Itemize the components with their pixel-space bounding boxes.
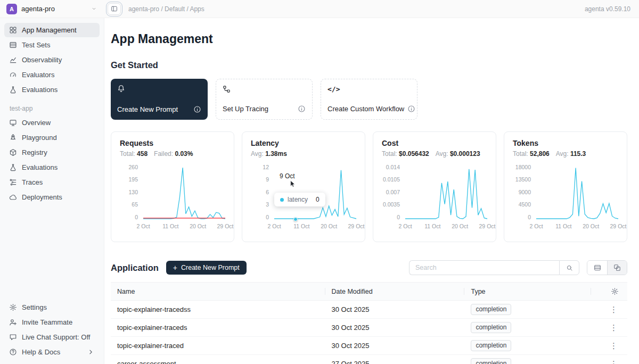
chart-plot-requests[interactable]: [143, 164, 225, 220]
search-input[interactable]: [409, 260, 559, 275]
table-row[interactable]: topic-explainer-tracedss30 Oct 2025compl…: [111, 301, 627, 319]
sidebar-item-playground[interactable]: Playground: [4, 130, 100, 145]
x-tick: 20 Oct: [321, 223, 337, 229]
row-menu-button[interactable]: ⋮: [605, 304, 622, 316]
sidebar-item-evaluations[interactable]: Evaluations: [4, 160, 100, 175]
x-tick: 29 Oct: [479, 223, 496, 229]
y-tick: 0: [135, 214, 138, 220]
chevron-right-icon: [87, 348, 95, 356]
sidebar-item-evaluations[interactable]: Evaluations: [4, 82, 100, 97]
chart-plot-cost[interactable]: [405, 164, 487, 220]
sidebar-item-test-sets[interactable]: Test Sets: [4, 38, 100, 52]
sidebar-toggle-button[interactable]: [108, 3, 121, 15]
cell-date-modified: 27 Oct 2025: [325, 360, 465, 364]
sidebar-item-label: Overview: [22, 119, 51, 127]
row-menu-button[interactable]: ⋮: [605, 322, 622, 334]
search-button[interactable]: [559, 260, 579, 275]
sidebar-item-app-management[interactable]: App Management: [4, 23, 100, 37]
sidebar-item-label: Invite Teammate: [22, 318, 72, 326]
x-tick: 2 Oct: [136, 223, 150, 229]
gear-icon: [611, 287, 619, 295]
table-row[interactable]: career-assessment27 Oct 2025completion⋮: [111, 355, 627, 364]
get-started-create-custom-workflow[interactable]: </>Create Custom Workflow: [321, 79, 417, 120]
get-started-label: Set Up Tracing: [223, 105, 268, 113]
hover-point-marker: [293, 217, 298, 221]
y-tick: 65: [132, 202, 138, 208]
plus-icon: +: [173, 264, 177, 271]
sidebar-item-label: Playground: [22, 134, 57, 142]
y-axis: 260195130650: [120, 164, 143, 220]
y-tick: 0.007: [386, 189, 400, 195]
sidebar-item-settings[interactable]: Settings: [4, 300, 100, 315]
chart-plot-latency[interactable]: 9 Octlatency0: [274, 164, 356, 220]
cell-name: career-assessment: [111, 360, 325, 364]
get-started-set-up-tracing[interactable]: Set Up Tracing: [216, 79, 313, 120]
x-tick: 20 Oct: [452, 223, 468, 229]
sidebar-nav-bottom: SettingsInvite TeammateLive Chat Support…: [0, 300, 104, 360]
rocket-icon: [9, 134, 17, 142]
chart-title: Latency: [251, 139, 356, 147]
chart-stats: Avg: 1.38ms: [251, 150, 356, 158]
card-view-button[interactable]: [607, 261, 627, 275]
sidebar-item-help-docs[interactable]: Help & Docs: [4, 345, 100, 359]
type-badge: completion: [471, 358, 511, 364]
series-cost: [405, 169, 487, 219]
table-view-button[interactable]: [587, 261, 607, 275]
sidebar-item-registry[interactable]: Registry: [4, 145, 100, 160]
x-tick: 29 Oct: [610, 223, 627, 229]
y-tick: 4500: [519, 202, 531, 208]
sidebar-item-observability[interactable]: Observability: [4, 53, 100, 67]
row-menu-button[interactable]: ⋮: [605, 358, 622, 364]
y-tick: 13500: [515, 177, 531, 183]
sidebar-item-deployments[interactable]: Deployments: [4, 190, 100, 204]
table-icon: [9, 41, 17, 49]
legend-dot-icon: [280, 198, 284, 202]
cell-name: topic-explainer-traced: [111, 342, 325, 350]
info-icon: [407, 105, 415, 113]
x-tick: 2 Oct: [529, 223, 543, 229]
sidebar-item-label: Settings: [22, 303, 47, 311]
x-tick: 20 Oct: [583, 223, 599, 229]
table-row[interactable]: topic-explainer-traceds30 Oct 2025comple…: [111, 319, 627, 337]
chart-stats: Total: $0.056432Avg: $0.000123: [382, 150, 487, 158]
sidebar-item-invite-teammate[interactable]: Invite Teammate: [4, 315, 100, 329]
sidebar-item-evaluators[interactable]: Evaluators: [4, 68, 100, 82]
sidebar-item-live-chat-support-off[interactable]: Live Chat Support: Off: [4, 330, 100, 344]
chart-stat: Total: 52,806: [513, 150, 550, 158]
chart-stat: Avg: 1.38ms: [251, 150, 287, 158]
workspace-selector[interactable]: A agenta-pro: [0, 0, 104, 18]
cell-date-modified: 30 Oct 2025: [325, 305, 465, 313]
chart-card-tokens: TokensTotal: 52,806Avg: 115.318000135009…: [504, 131, 627, 242]
page-title: App Management: [111, 32, 627, 46]
sidebar-item-overview[interactable]: Overview: [4, 115, 100, 130]
sidebar-item-label: Evaluations: [22, 163, 58, 171]
sidebar-item-traces[interactable]: Traces: [4, 175, 100, 189]
y-tick: 6: [266, 189, 269, 195]
info-icon: [298, 105, 306, 113]
x-tick: 11 Oct: [162, 223, 178, 229]
row-menu-button[interactable]: ⋮: [605, 340, 622, 352]
y-tick: 0: [266, 214, 269, 220]
tooltip-value: 0: [316, 196, 320, 203]
application-header: Application + Create New Prompt: [111, 260, 627, 275]
create-new-prompt-button[interactable]: + Create New Prompt: [166, 261, 247, 275]
y-tick: 0.0105: [383, 177, 400, 183]
get-started-create-new-prompt[interactable]: Create New Prompt: [111, 79, 208, 120]
y-tick: 195: [128, 177, 138, 183]
breadcrumb[interactable]: agenta-pro / Default / Apps: [128, 5, 204, 13]
application-section: Application + Create New Prompt NameDate…: [111, 260, 627, 364]
col-header-name[interactable]: Name: [111, 283, 325, 300]
chart-stat: Avg: $0.000123: [436, 150, 480, 158]
x-tick: 20 Oct: [190, 223, 206, 229]
bell-icon: [117, 85, 125, 93]
get-started-section: Get Started Create New PromptSet Up Trac…: [111, 60, 627, 120]
chart-plot-tokens[interactable]: [536, 164, 618, 220]
col-header-date-modified[interactable]: Date Modified: [325, 283, 465, 300]
table-row[interactable]: topic-explainer-traced30 Oct 2025complet…: [111, 337, 627, 355]
chart-title: Cost: [382, 139, 487, 147]
sidebar-app-section-label: test-app: [0, 97, 104, 115]
metrics-cards: RequestsTotal: 458Failed: 0.03%260195130…: [111, 131, 627, 242]
column-settings-button[interactable]: [591, 283, 627, 300]
sidebar-item-label: Registry: [22, 148, 47, 156]
col-header-type[interactable]: Type: [464, 283, 591, 300]
